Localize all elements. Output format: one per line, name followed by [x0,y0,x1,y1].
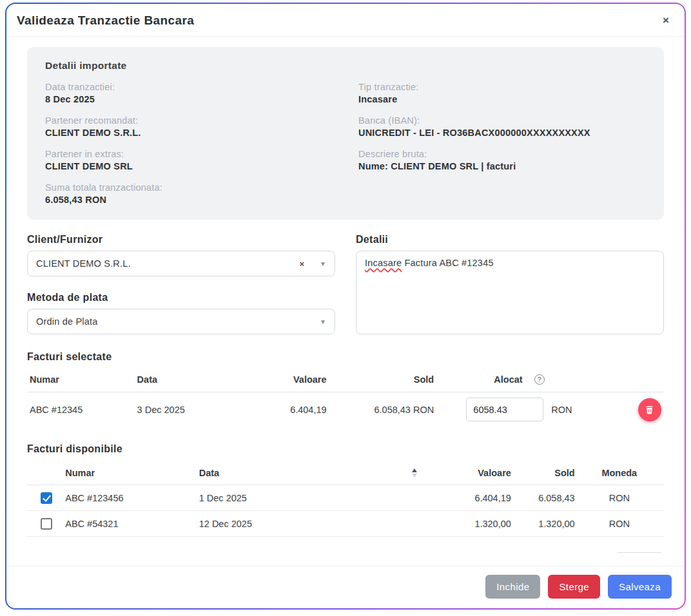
imported-details-grid: Data tranzactiei: 8 Dec 2025 Partener re… [45,82,646,216]
cell-data: 1 Dec 2025 [199,493,422,503]
cell-numar: ABC #123456 [65,493,199,503]
column-header-valoare: Valoare [238,374,326,385]
field-label: Banca (IBAN): [358,115,646,126]
field-data-tranzactiei: Data tranzactiei: 8 Dec 2025 [45,82,333,104]
available-invoices-heading: Facturi disponibile [27,443,664,455]
trash-icon [645,405,654,414]
close-dialog-button[interactable]: Inchide [485,575,540,599]
dialog-header: Valideaza Tranzactie Bancara × [6,4,685,37]
cell-sold: 6.058,43 RON [327,405,434,415]
imported-details-left-column: Data tranzactiei: 8 Dec 2025 Partener re… [45,82,333,216]
delete-button[interactable]: Sterge [548,575,600,599]
column-header-data[interactable]: Data [199,468,422,478]
clear-selection-icon[interactable]: × [300,259,305,269]
form-right-column: Detalii Incasare Factura ABC #12345 [356,234,664,334]
dialog-footer: Inchide Sterge Salveaza [6,566,685,608]
field-partener-in-extras: Partener in extras: CLIENT DEMO SRL [45,149,333,171]
save-button[interactable]: Salveaza [608,575,672,599]
row-checkbox-unchecked[interactable] [41,518,52,530]
metoda-plata-selected-value: Ordin de Plata [36,316,320,327]
field-partener-recomandat: Partener recomandat: CLIENT DEMO S.R.L. [45,115,333,138]
field-label: Suma totala tranzactionata: [45,182,333,193]
cell-valoare: 6.404,19 [422,493,511,503]
column-header-alocat-label: Alocat [494,374,522,385]
cell-valoare: 6.404,19 [238,405,326,415]
dialog-gradient-border: Valideaza Tranzactie Bancara × Detalii i… [5,3,686,610]
client-furnizor-selected-value: CLIENT DEMO S.R.L. [36,258,300,269]
client-furnizor-group: Client/Furnizor CLIENT DEMO S.R.L. × ▼ [27,234,335,276]
cell-alocat: RON [434,398,605,421]
chevron-down-icon[interactable]: ▼ [320,260,326,267]
field-label: Tip tranzactie: [358,82,646,92]
form-left-column: Client/Furnizor CLIENT DEMO S.R.L. × ▼ M… [27,234,335,334]
selected-invoices-header-row: Numar Data Valoare Sold Alocat? [27,371,664,392]
table-row: ABC #12345 3 Dec 2025 6.404,19 6.058,43 … [27,392,664,427]
field-value: UNICREDIT - LEI - RO36BACX000000XXXXXXXX… [358,128,646,138]
field-suma-totala: Suma totala tranzactionata: 6.058,43 RON [45,182,333,205]
selected-invoices-section: Facturi selectate Numar Data Valoare Sol… [27,351,664,427]
field-label: Partener in extras: [45,149,333,159]
field-value: Nume: CLIENT DEMO SRL | facturi [358,161,646,171]
imported-details-panel: Detalii importate Data tranzactiei: 8 De… [27,47,664,220]
pagination: 1-2 din 2 < > [27,552,664,553]
detalii-label: Detalii [356,234,664,245]
column-header-numar: Numar [30,374,137,385]
row-checkbox-checked[interactable] [41,492,52,504]
cell-moneda: RON [575,519,664,529]
column-header-valoare: Valoare [422,468,511,478]
delete-invoice-button[interactable] [638,398,661,421]
field-label: Data tranzactiei: [45,82,333,92]
page-title: Valideaza Tranzactie Bancara [17,14,194,28]
field-tip-tranzactie: Tip tranzactie: Incasare [358,82,646,104]
cell-sold: 1.320,00 [511,519,575,529]
cell-numar: ABC #54321 [65,519,199,529]
form-section: Client/Furnizor CLIENT DEMO S.R.L. × ▼ M… [27,234,664,334]
cell-numar: ABC #12345 [30,405,137,415]
currency-label: RON [551,405,572,415]
table-row: ABC #54321 12 Dec 2025 1.320,00 1.320,00… [27,511,664,537]
client-furnizor-label: Client/Furnizor [27,234,335,245]
imported-details-right-column: Tip tranzactie: Incasare Banca (IBAN): U… [358,82,646,182]
field-value: CLIENT DEMO S.R.L. [45,128,333,138]
selected-invoices-heading: Facturi selectate [27,351,664,363]
field-value: CLIENT DEMO SRL [45,161,333,171]
detalii-textarea[interactable]: Incasare Factura ABC #12345 [356,251,664,334]
column-header-sold: Sold [511,468,575,478]
field-value: 8 Dec 2025 [45,94,333,104]
detalii-text: Factura ABC #12345 [402,258,493,268]
column-header-data-label: Data [199,468,219,478]
help-icon[interactable]: ? [534,374,545,385]
detalii-text-misspelled: Incasare [365,258,402,268]
field-value: Incasare [358,94,646,104]
validate-transaction-dialog: Valideaza Tranzactie Bancara × Detalii i… [6,4,685,608]
imported-details-heading: Detalii importate [45,60,646,72]
dialog-body: Detalii importate Data tranzactiei: 8 De… [6,37,685,553]
column-header-moneda: Moneda [575,468,664,478]
alocat-input[interactable] [466,398,543,421]
cell-moneda: RON [575,493,664,503]
field-banca-iban: Banca (IBAN): UNICREDIT - LEI - RO36BACX… [358,115,646,138]
cell-actions [605,398,661,421]
column-header-data: Data [137,374,238,385]
column-header-alocat: Alocat? [434,374,605,385]
table-row: ABC #123456 1 Dec 2025 6.404,19 6.058,43… [27,485,664,511]
field-label: Descriere bruta: [358,149,646,159]
cell-checkbox [27,492,65,504]
pagination-buttons: < > [615,552,664,553]
chevron-down-icon[interactable]: ▼ [320,318,326,325]
field-label: Partener recomandat: [45,115,333,126]
cell-data: 3 Dec 2025 [137,405,238,415]
cell-sold: 6.058,43 [511,493,575,503]
cell-data: 12 Dec 2025 [199,519,422,529]
metoda-plata-label: Metoda de plata [27,292,335,303]
column-header-sold: Sold [327,374,434,385]
metoda-plata-group: Metoda de plata Ordin de Plata ▼ [27,292,335,334]
close-icon[interactable]: × [659,14,673,27]
sort-arrow-icon[interactable] [412,468,417,477]
available-invoices-header-row: Numar Data Valoare Sold Moneda [27,463,664,485]
metoda-plata-select[interactable]: Ordin de Plata ▼ [27,309,335,334]
field-value: 6.058,43 RON [45,195,333,205]
client-furnizor-select[interactable]: CLIENT DEMO S.R.L. × ▼ [27,251,335,276]
cell-checkbox [27,518,65,530]
cell-valoare: 1.320,00 [422,519,511,529]
